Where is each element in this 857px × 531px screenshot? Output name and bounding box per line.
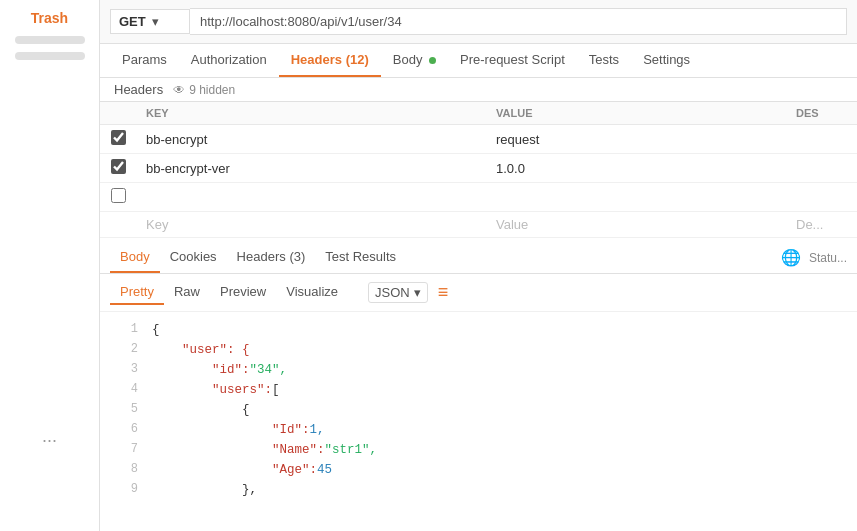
table-row: bb-encrypt request: [100, 125, 857, 154]
placeholder-key[interactable]: Key: [136, 212, 486, 238]
code-line-8: 8 "Age": 45: [100, 460, 857, 480]
fmt-visualize[interactable]: Visualize: [276, 280, 348, 305]
headers-table: KEY VALUE DES bb-encrypt request bb-encr…: [100, 102, 857, 238]
resp-tab-body[interactable]: Body: [110, 242, 160, 273]
fmt-raw[interactable]: Raw: [164, 280, 210, 305]
tab-headers-badge: (12): [346, 52, 369, 67]
code-line-7: 7 "Name": "str1",: [100, 440, 857, 460]
json-chevron-icon: ▾: [414, 285, 421, 300]
code-line-5: 5 {: [100, 400, 857, 420]
response-code-block: 1 { 2 "user": { 3 "id": "34", 4 "users":…: [100, 312, 857, 531]
request-tabs: Params Authorization Headers (12) Body P…: [100, 44, 857, 78]
code-line-6: 6 "Id": 1,: [100, 420, 857, 440]
tab-headers-label: Headers: [291, 52, 342, 67]
chevron-down-icon: ▾: [152, 14, 159, 29]
row1-checkbox[interactable]: [111, 130, 126, 145]
row3-checkbox[interactable]: [111, 188, 126, 203]
sidebar-more-icon[interactable]: ···: [42, 430, 57, 451]
tab-tests[interactable]: Tests: [577, 44, 631, 77]
globe-icon: 🌐: [781, 248, 801, 267]
code-line-4: 4 "users": [: [100, 380, 857, 400]
row2-checkbox[interactable]: [111, 159, 126, 174]
col-desc: DES: [786, 102, 857, 125]
resp-tab-cookies[interactable]: Cookies: [160, 242, 227, 273]
tab-authorization[interactable]: Authorization: [179, 44, 279, 77]
fmt-pretty[interactable]: Pretty: [110, 280, 164, 305]
method-dropdown[interactable]: GET ▾: [110, 9, 190, 34]
row3-value: [486, 183, 786, 212]
resp-tab-headers[interactable]: Headers (3): [227, 242, 316, 273]
row3-desc: [786, 183, 857, 212]
placeholder-desc[interactable]: De...: [786, 212, 857, 238]
row2-key[interactable]: bb-encrypt-ver: [136, 154, 486, 183]
hidden-toggle[interactable]: 👁 9 hidden: [173, 83, 235, 97]
body-dot-icon: [429, 57, 436, 64]
response-right: 🌐 Statu...: [781, 248, 847, 267]
col-key: KEY: [136, 102, 486, 125]
tab-params[interactable]: Params: [110, 44, 179, 77]
code-line-2: 2 "user": {: [100, 340, 857, 360]
resp-tab-headers-label: Headers: [237, 249, 286, 264]
code-line-1: 1 {: [100, 320, 857, 340]
row1-desc: [786, 125, 857, 154]
tab-body-label: Body: [393, 52, 423, 67]
sub-headers-label: Headers: [114, 82, 163, 97]
row3-key: [136, 183, 486, 212]
tab-headers[interactable]: Headers (12): [279, 44, 381, 77]
col-value: VALUE: [486, 102, 786, 125]
json-format-select[interactable]: JSON ▾: [368, 282, 428, 303]
sidebar-title: Trash: [31, 10, 68, 26]
url-input[interactable]: [190, 8, 847, 35]
tab-settings[interactable]: Settings: [631, 44, 702, 77]
fmt-preview[interactable]: Preview: [210, 280, 276, 305]
resp-tab-headers-badge: (3): [289, 249, 305, 264]
code-line-9: 9 },: [100, 480, 857, 500]
sub-headers-row: Headers 👁 9 hidden: [100, 78, 857, 102]
tab-body[interactable]: Body: [381, 44, 448, 77]
url-bar: GET ▾: [100, 0, 857, 44]
placeholder-row: Key Value De...: [100, 212, 857, 238]
eye-icon: 👁: [173, 83, 185, 97]
table-row: bb-encrypt-ver 1.0.0: [100, 154, 857, 183]
row2-value[interactable]: 1.0.0: [486, 154, 786, 183]
table-row: [100, 183, 857, 212]
tab-prerequest[interactable]: Pre-request Script: [448, 44, 577, 77]
main-panel: GET ▾ Params Authorization Headers (12) …: [100, 0, 857, 531]
row1-key[interactable]: bb-encrypt: [136, 125, 486, 154]
hidden-count: 9 hidden: [189, 83, 235, 97]
format-row: Pretty Raw Preview Visualize JSON ▾ ≡: [100, 274, 857, 312]
resp-tab-test-results[interactable]: Test Results: [315, 242, 406, 273]
sidebar: Trash ···: [0, 0, 100, 531]
json-select-label: JSON: [375, 285, 410, 300]
response-tabs: Body Cookies Headers (3) Test Results 🌐 …: [100, 242, 857, 274]
status-label: Statu...: [809, 251, 847, 265]
headers-table-container: KEY VALUE DES bb-encrypt request bb-encr…: [100, 102, 857, 238]
wrap-lines-icon[interactable]: ≡: [438, 282, 449, 303]
code-line-3: 3 "id": "34",: [100, 360, 857, 380]
row1-value[interactable]: request: [486, 125, 786, 154]
placeholder-value[interactable]: Value: [486, 212, 786, 238]
col-check: [100, 102, 136, 125]
sidebar-gray-bar-1: [15, 36, 85, 44]
method-label: GET: [119, 14, 146, 29]
sidebar-gray-bar-2: [15, 52, 85, 60]
row2-desc: [786, 154, 857, 183]
